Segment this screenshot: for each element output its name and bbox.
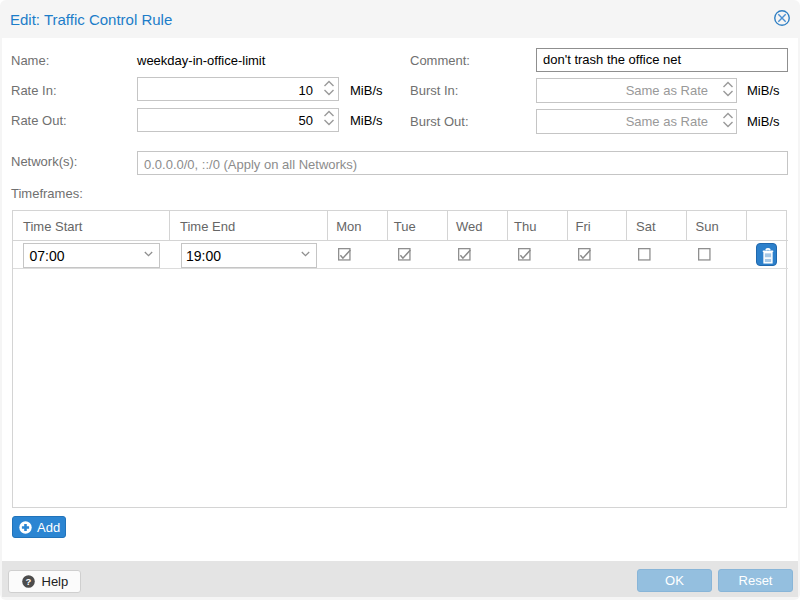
svg-text:?: ? bbox=[25, 576, 31, 587]
